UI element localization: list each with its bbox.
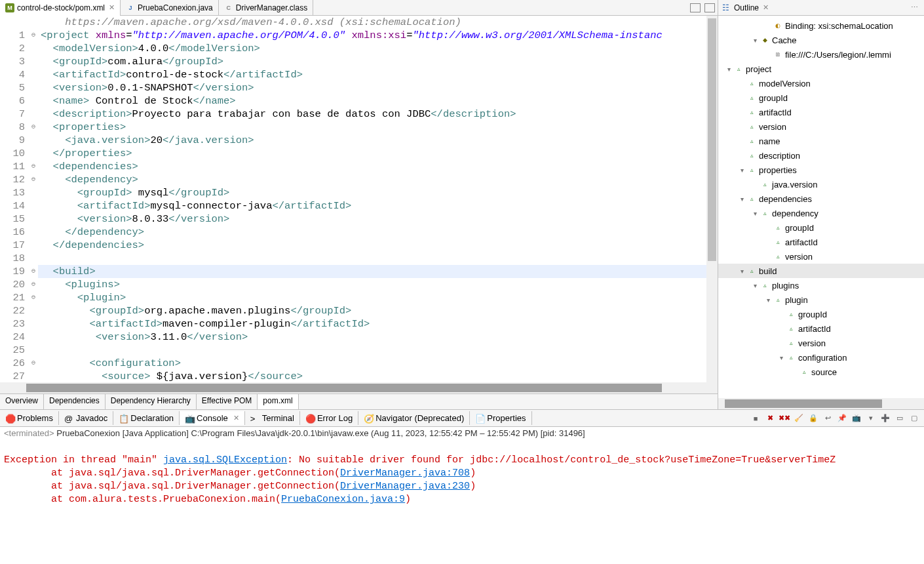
fold-marker-icon[interactable]: ⊖ — [29, 173, 38, 186]
terminate-icon[interactable]: ■ — [750, 413, 761, 424]
code-line[interactable]: <artifactId>control-de-stock</artifactId… — [38, 68, 718, 81]
outline-node[interactable]: ▵modelVersion — [718, 76, 924, 91]
outline-node[interactable]: ▵artifactId — [718, 235, 924, 249]
pom-tab[interactable]: Dependency Hierarchy — [106, 394, 197, 409]
code-line[interactable]: </dependencies> — [38, 239, 718, 252]
code-line[interactable]: <groupId>org.apache.maven.plugins</group… — [38, 304, 718, 317]
code-line[interactable]: <dependency> — [38, 173, 718, 186]
code-line[interactable]: <project xmlns="http://maven.apache.org/… — [38, 29, 718, 42]
expand-icon[interactable]: ▾ — [737, 167, 747, 174]
code-line[interactable]: <properties> — [38, 121, 718, 134]
remove-all-icon[interactable]: ✖✖ — [779, 413, 790, 424]
display-selected-icon[interactable]: 📺 — [851, 413, 862, 424]
editor-tab[interactable]: Mcontrol-de-stock/pom.xml✕ — [0, 0, 121, 16]
outline-node[interactable]: ▾◆Cache — [718, 33, 924, 47]
code-line[interactable]: <name> Control de Stock</name> — [38, 94, 718, 108]
expand-icon[interactable]: ▾ — [737, 268, 747, 275]
view-tab[interactable]: 📄Properties — [470, 411, 531, 425]
view-tab[interactable]: 🔴Error Log — [300, 411, 358, 425]
code-line[interactable]: <dependencies> — [38, 160, 718, 173]
horizontal-scrollbar[interactable] — [0, 382, 718, 393]
expand-icon[interactable]: ▾ — [723, 66, 734, 73]
outline-node[interactable]: ▵name — [718, 134, 924, 148]
code-line[interactable]: <modelVersion>4.0.0</modelVersion> — [38, 42, 718, 55]
code-line[interactable]: <description>Proyecto para trabajar con … — [38, 108, 718, 121]
exception-link[interactable]: java.sql.SQLException — [163, 454, 287, 466]
outline-node[interactable]: ▾▵plugins — [718, 278, 924, 292]
outline-scrollbar[interactable] — [718, 398, 924, 409]
fold-marker-icon[interactable]: ⊖ — [29, 29, 38, 42]
code-line[interactable]: <source> ${java.version}</source> — [38, 370, 718, 382]
stack-link[interactable]: DriverManager.java:230 — [340, 481, 470, 492]
outline-node[interactable]: ▾▵dependencies — [718, 191, 924, 206]
code-line[interactable]: <artifactId>maven-compiler-plugin</artif… — [38, 317, 718, 331]
outline-node[interactable]: ▵version — [718, 119, 924, 134]
code-line[interactable]: </properties> — [38, 147, 718, 160]
code-line[interactable]: <version>8.0.33</version> — [38, 212, 718, 226]
pin-console-icon[interactable]: 📌 — [836, 413, 848, 424]
outline-node[interactable]: ▵description — [718, 148, 924, 163]
outline-node[interactable]: ▵artifactId — [718, 105, 924, 119]
outline-node[interactable]: ▾▵properties — [718, 163, 924, 177]
max-view-icon[interactable]: ▢ — [908, 413, 920, 424]
code-line[interactable]: <plugins> — [38, 278, 718, 291]
open-console-icon[interactable]: ▾ — [865, 413, 877, 424]
editor-tab[interactable]: JPruebaConexion.java — [121, 0, 219, 16]
fold-marker-icon[interactable]: ⊖ — [29, 265, 38, 278]
view-tab[interactable]: 📋Declaration — [113, 411, 180, 425]
editor-tab[interactable]: CDriverManager.class — [219, 0, 313, 16]
new-console-icon[interactable]: ➕ — [879, 413, 891, 424]
outline-node[interactable]: ▵source — [718, 365, 924, 379]
outline-node[interactable]: ▵version — [718, 336, 924, 350]
view-tab[interactable]: >Terminal — [245, 411, 300, 425]
close-icon[interactable]: ✕ — [763, 3, 769, 12]
code-line[interactable]: <build> — [38, 265, 718, 278]
code-line[interactable]: <groupId>com.alura</groupId> — [38, 55, 718, 68]
fold-marker-icon[interactable]: ⊖ — [29, 160, 38, 173]
outline-tree[interactable]: ◐Binding: xsi:schemaLocation▾◆Cache🗎file… — [718, 16, 924, 398]
outline-node[interactable]: ▾▵plugin — [718, 292, 924, 307]
expand-icon[interactable]: ▾ — [750, 282, 760, 289]
code-line[interactable]: <plugin> — [38, 291, 718, 304]
code-line[interactable] — [38, 344, 718, 357]
fold-marker-icon[interactable]: ⊖ — [29, 121, 38, 134]
code-area[interactable]: https://maven.apache.org/xsd/maven-4.0.0… — [38, 16, 718, 382]
expand-icon[interactable]: ▾ — [776, 354, 786, 361]
stack-link[interactable]: DriverManager.java:708 — [340, 468, 470, 479]
fold-marker-icon[interactable]: ⊖ — [29, 357, 38, 370]
expand-icon[interactable]: ▾ — [763, 296, 773, 304]
outline-node[interactable]: ▾▵dependency — [718, 206, 924, 220]
expand-icon[interactable]: ▾ — [750, 210, 760, 217]
stack-link[interactable]: PruebaConexion.java:9 — [281, 494, 405, 505]
console-output[interactable]: Exception in thread "main" java.sql.SQLE… — [0, 439, 924, 564]
outline-node[interactable]: ▾▵project — [718, 62, 924, 76]
view-tab[interactable]: @Javadoc — [59, 411, 113, 425]
fold-marker-icon[interactable]: ⊖ — [29, 278, 38, 291]
outline-node[interactable]: ▵java.version — [718, 177, 924, 191]
outline-node[interactable]: 🗎file:///C:/Users/legion/.lemmi — [718, 47, 924, 62]
close-icon[interactable]: ✕ — [233, 414, 239, 422]
code-line[interactable]: </dependency> — [38, 226, 718, 239]
code-line[interactable]: <configuration> — [38, 357, 718, 370]
outline-node[interactable]: ▵groupId — [718, 91, 924, 105]
code-editor[interactable]: 1234567891011121314151617181920212223242… — [0, 16, 718, 382]
pom-tab[interactable]: pom.xml — [258, 394, 298, 409]
fold-marker-icon[interactable]: ⊖ — [29, 291, 38, 304]
view-tab[interactable]: 📺Console✕ — [180, 411, 245, 425]
code-line[interactable]: https://maven.apache.org/xsd/maven-4.0.0… — [38, 16, 718, 29]
min-view-icon[interactable]: ▭ — [894, 413, 906, 424]
outline-node[interactable]: ▵groupId — [718, 307, 924, 321]
code-line[interactable]: <groupId> mysql</groupId> — [38, 186, 718, 199]
pom-tab[interactable]: Dependencies — [44, 394, 106, 409]
outline-menu-icon[interactable]: ⋯ — [908, 2, 920, 14]
word-wrap-icon[interactable]: ↩ — [822, 413, 834, 424]
pom-tab[interactable]: Effective POM — [197, 394, 258, 409]
vertical-scrollbar[interactable] — [706, 16, 718, 382]
code-line[interactable]: <java.version>20</java.version> — [38, 134, 718, 147]
expand-icon[interactable]: ▾ — [750, 37, 760, 44]
outline-node[interactable]: ▾▵configuration — [718, 350, 924, 365]
clear-console-icon[interactable]: 🧹 — [793, 413, 805, 424]
remove-launch-icon[interactable]: ✖ — [764, 413, 776, 424]
scroll-lock-icon[interactable]: 🔒 — [807, 413, 819, 424]
pom-tab[interactable]: Overview — [0, 394, 44, 409]
